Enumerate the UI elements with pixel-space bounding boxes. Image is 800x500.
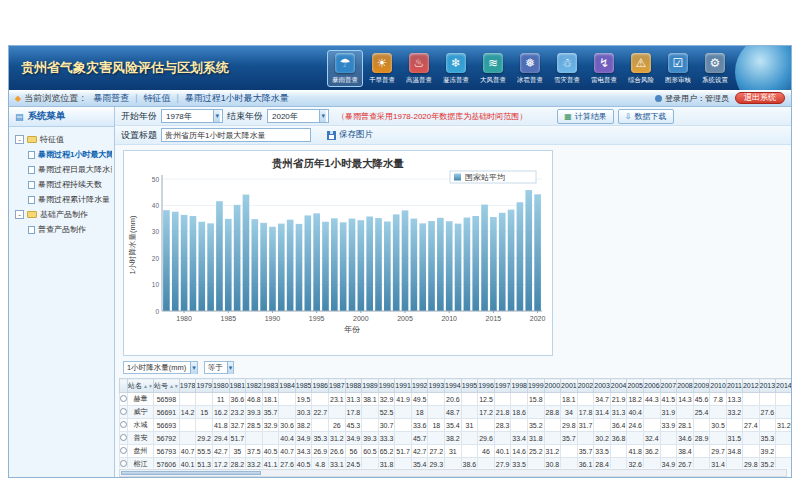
start-year-select[interactable]: 1978年▾ [161, 109, 223, 123]
value-cell: 18.2 [627, 393, 644, 406]
data-download-button[interactable]: ⇩ 数据下载 [618, 109, 674, 124]
value-cell: 39.3 [246, 406, 263, 419]
year-header[interactable]: 1991 [395, 379, 412, 393]
tree-item[interactable]: 暴雨过程持续天数 [11, 177, 112, 192]
year-header[interactable]: 2010 [710, 379, 727, 393]
year-header[interactable]: 1999 [527, 379, 544, 393]
station-name-header[interactable]: 站名▲▼ [128, 379, 154, 393]
module-lightning[interactable]: ↯雷电普查 [586, 50, 622, 87]
value-cell: 33.3 [378, 432, 395, 445]
module-snow[interactable]: ☃雪灾普查 [549, 50, 585, 87]
value-cell: 52.5 [378, 406, 395, 419]
module-review[interactable]: ☑图形审核 [660, 50, 696, 87]
value-cell: 28.5 [246, 419, 263, 432]
calc-result-button[interactable]: ▦ 计算结果 [557, 109, 614, 124]
value-cell [776, 458, 791, 469]
chart-bar [490, 217, 497, 311]
year-header[interactable]: 1986 [312, 379, 329, 393]
value-cell: 31.3 [610, 406, 627, 419]
year-header[interactable]: 1992 [411, 379, 428, 393]
breadcrumb-item[interactable]: 特征值 [138, 93, 177, 103]
filter-operator-select[interactable]: 等于▾ [204, 361, 235, 374]
login-user-label: 登录用户：管理员 [665, 93, 729, 104]
year-header[interactable]: 1996 [478, 379, 495, 393]
year-header[interactable]: 2008 [677, 379, 694, 393]
year-header[interactable]: 2006 [644, 379, 661, 393]
value-cell [577, 432, 594, 445]
module-risk[interactable]: ⚠综合风险 [623, 50, 659, 87]
tree-item[interactable]: 暴雨过程1小时最大降水量 [11, 147, 112, 162]
calculator-icon: ▦ [564, 112, 572, 121]
row-radio[interactable] [120, 460, 127, 467]
year-header[interactable]: 2007 [660, 379, 677, 393]
year-header[interactable]: 2014 [776, 379, 791, 393]
year-header[interactable]: 1995 [461, 379, 478, 393]
year-header[interactable]: 1993 [428, 379, 445, 393]
year-header[interactable]: 2005 [627, 379, 644, 393]
year-header[interactable]: 2001 [561, 379, 578, 393]
module-drought[interactable]: ☀干旱普查 [364, 50, 400, 87]
year-header[interactable]: 1978 [179, 379, 196, 393]
collapse-icon[interactable]: - [15, 210, 24, 219]
module-rainstorm[interactable]: ☂暴雨普查 [327, 50, 363, 87]
logout-button[interactable]: 退出系统 [735, 92, 785, 105]
year-header[interactable]: 1998 [511, 379, 528, 393]
tree-item[interactable]: 暴雨过程日最大降水量 [11, 162, 112, 177]
station-id-header[interactable]: 站号▲▼ [153, 379, 179, 393]
row-radio[interactable] [120, 447, 127, 454]
row-radio[interactable] [120, 434, 127, 441]
year-header[interactable]: 1990 [378, 379, 395, 393]
breadcrumb-label: 当前浏览位置： [24, 92, 87, 105]
row-radio[interactable] [120, 395, 127, 402]
svg-text:2000: 2000 [353, 315, 369, 322]
year-header[interactable]: 1981 [229, 379, 246, 393]
year-header[interactable]: 1984 [279, 379, 296, 393]
year-header[interactable]: 1979 [196, 379, 213, 393]
year-header[interactable]: 2004 [610, 379, 627, 393]
row-radio[interactable] [120, 421, 127, 428]
year-header[interactable]: 2013 [759, 379, 776, 393]
horizontal-scrollbar[interactable] [119, 469, 787, 477]
scrollbar-thumb[interactable] [121, 471, 261, 475]
year-header[interactable]: 1985 [295, 379, 312, 393]
year-header[interactable]: 2002 [577, 379, 594, 393]
chart-title-input[interactable] [161, 128, 311, 142]
module-wind[interactable]: ≋大风普查 [475, 50, 511, 87]
breadcrumb-item[interactable]: 暴雨过程1小时最大降水量 [179, 93, 295, 103]
chevron-down-icon: ▾ [213, 110, 220, 122]
document-icon [28, 166, 35, 174]
module-settings[interactable]: ⚙系统设置 [697, 50, 733, 87]
year-header[interactable]: 1987 [329, 379, 346, 393]
save-image-label: 保存图片 [339, 129, 373, 141]
year-header[interactable]: 2012 [742, 379, 759, 393]
filter-field-select[interactable]: 1小时降水量(mm)▾ [123, 361, 198, 374]
year-header[interactable]: 2009 [693, 379, 710, 393]
value-cell: 7.8 [710, 393, 727, 406]
collapse-icon[interactable]: - [15, 135, 24, 144]
year-header[interactable]: 2011 [726, 379, 742, 393]
tree-item[interactable]: 普查产品制作 [11, 222, 112, 237]
row-radio[interactable] [120, 408, 127, 415]
module-freeze[interactable]: ❄凝冻普查 [438, 50, 474, 87]
breadcrumb-item[interactable]: 暴雨普查 [87, 93, 135, 103]
tree-item[interactable]: 暴雨过程累计降水量 [11, 192, 112, 207]
value-cell: 29.4 [212, 432, 229, 445]
tree-group[interactable]: -基础产品制作 [11, 207, 112, 222]
year-header[interactable]: 1988 [345, 379, 362, 393]
year-header[interactable]: 1997 [494, 379, 511, 393]
calc-result-label: 计算结果 [575, 111, 607, 122]
year-header[interactable]: 1980 [212, 379, 229, 393]
year-header[interactable]: 1994 [445, 379, 462, 393]
year-header[interactable]: 2000 [544, 379, 561, 393]
tree-group[interactable]: -特征值 [11, 132, 112, 147]
value-cell [494, 393, 511, 406]
value-cell [561, 458, 578, 469]
end-year-select[interactable]: 2020年▾ [267, 109, 329, 123]
year-header[interactable]: 2003 [594, 379, 611, 393]
year-header[interactable]: 1983 [262, 379, 279, 393]
module-heat[interactable]: ♨高温普查 [401, 50, 437, 87]
year-header[interactable]: 1982 [246, 379, 263, 393]
year-header[interactable]: 1989 [362, 379, 379, 393]
module-hail[interactable]: ❅冰雹普查 [512, 50, 548, 87]
save-image-button[interactable]: 保存图片 [321, 128, 379, 142]
